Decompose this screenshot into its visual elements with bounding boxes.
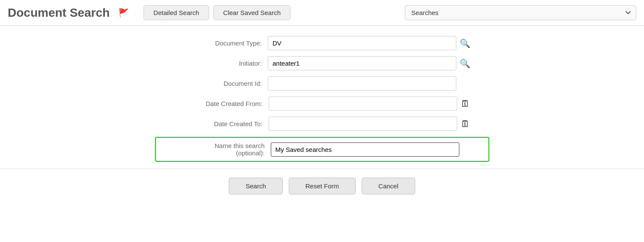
date-created-to-label: Date Created To: (174, 120, 269, 127)
button-row: Search Reset Form Cancel (0, 178, 644, 203)
searches-dropdown[interactable]: Searches (405, 5, 636, 20)
date-created-to-row: Date Created To: 🗓 (0, 117, 644, 131)
initiator-search-icon[interactable]: 🔍 (460, 58, 470, 69)
document-type-row: Document Type: 🔍 (0, 36, 644, 50)
name-search-input[interactable] (271, 142, 459, 157)
page-header: Document Search 🚩 Detailed Search Clear … (0, 0, 644, 26)
search-form: Document Type: 🔍 Initiator: 🔍 Document I… (0, 26, 644, 207)
document-id-input[interactable] (268, 76, 456, 91)
detailed-search-button[interactable]: Detailed Search (144, 5, 209, 20)
name-search-label: Name this search (optional): (185, 142, 271, 157)
initiator-input[interactable] (268, 56, 456, 70)
search-button[interactable]: Search (229, 178, 283, 194)
initiator-row: Initiator: 🔍 (0, 56, 644, 70)
header-actions: Detailed Search Clear Saved Search (144, 5, 291, 20)
date-created-from-input[interactable] (269, 97, 457, 111)
form-divider (0, 169, 644, 169)
initiator-label: Initiator: (174, 60, 268, 67)
name-search-wrapper: Name this search (optional): (155, 137, 489, 162)
date-created-from-calendar-icon[interactable]: 🗓 (461, 98, 470, 109)
searches-select[interactable]: Searches (405, 5, 636, 20)
page-title: Document Search (8, 6, 110, 20)
document-type-search-icon[interactable]: 🔍 (460, 38, 470, 48)
date-created-to-calendar-icon[interactable]: 🗓 (461, 118, 470, 130)
date-created-from-label: Date Created From: (174, 100, 269, 107)
cancel-button[interactable]: Cancel (362, 178, 415, 194)
document-id-row: Document Id: 🔍 (0, 76, 644, 91)
flag-icon: 🚩 (118, 8, 129, 18)
document-id-label: Document Id: (174, 80, 268, 87)
clear-saved-search-button[interactable]: Clear Saved Search (213, 5, 291, 20)
date-created-from-row: Date Created From: 🗓 (0, 97, 644, 111)
document-type-input[interactable] (268, 36, 456, 50)
document-type-label: Document Type: (174, 39, 268, 47)
reset-form-button[interactable]: Reset Form (289, 178, 356, 194)
date-created-to-input[interactable] (269, 117, 457, 131)
